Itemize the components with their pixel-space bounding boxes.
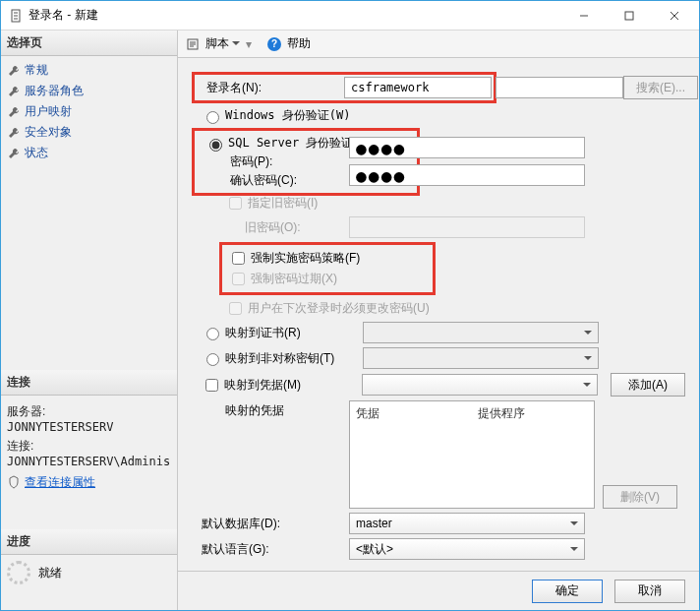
specify-old-label: 指定旧密码(I) xyxy=(248,195,318,212)
highlight-login: 登录名(N): xyxy=(192,72,496,103)
nav-label: 状态 xyxy=(25,145,48,161)
default-lang-value: <默认> xyxy=(356,541,393,558)
map-cred-combo[interactable] xyxy=(362,374,598,396)
cred-col-provider: 提供程序 xyxy=(472,403,594,424)
nav-label: 安全对象 xyxy=(25,124,72,141)
default-db-value: master xyxy=(356,517,392,530)
default-db-combo[interactable]: master xyxy=(349,513,585,534)
enforce-expire-label: 强制密码过期(X) xyxy=(251,271,337,287)
mapped-creds-list[interactable]: 凭据 提供程序 xyxy=(349,400,595,509)
remove-button[interactable]: 删除(V) xyxy=(603,485,677,509)
form-area: 登录名(N): 搜索(E)... Windows 身份验证(W) xyxy=(178,58,699,571)
windows-auth-radio[interactable] xyxy=(206,111,219,124)
nav-list: 常规 服务器角色 用户映射 安全对象 状态 xyxy=(1,56,177,167)
spinner-icon xyxy=(7,561,30,584)
map-asym-label: 映射到非对称密钥(T) xyxy=(225,350,363,367)
cred-col-cred: 凭据 xyxy=(350,403,472,424)
default-lang-label: 默认语言(G): xyxy=(192,541,349,558)
cred-header: 凭据 提供程序 xyxy=(350,401,594,426)
login-name-input[interactable] xyxy=(344,77,492,98)
nav-item-general[interactable]: 常规 xyxy=(3,60,175,81)
specify-old-password-check xyxy=(229,197,242,210)
maximize-button[interactable] xyxy=(607,1,652,31)
script-dropdown[interactable]: 脚本 xyxy=(205,35,240,52)
must-change-label: 用户在下次登录时必须更改密码(U) xyxy=(248,300,430,317)
view-connection-props-link[interactable]: 查看连接属性 xyxy=(7,474,95,491)
ok-button[interactable]: 确定 xyxy=(532,580,603,603)
nav-item-securables[interactable]: 安全对象 xyxy=(3,122,175,143)
sidebar: 选择页 常规 服务器角色 用户映射 安全对象 状态 连接 服务器: JONNYT… xyxy=(1,31,178,610)
titlebar: 登录名 - 新建 xyxy=(1,1,699,31)
map-cert-radio[interactable] xyxy=(206,328,219,340)
nav-item-server-roles[interactable]: 服务器角色 xyxy=(3,81,175,101)
connection-header: 连接 xyxy=(1,370,177,396)
app-icon xyxy=(9,9,23,23)
map-cred-label: 映射到凭据(M) xyxy=(224,377,362,394)
script-icon xyxy=(186,37,200,51)
window-title: 登录名 - 新建 xyxy=(29,7,561,24)
nav-item-status[interactable]: 状态 xyxy=(3,143,175,163)
confirm-password-input[interactable] xyxy=(349,164,585,186)
must-change-check xyxy=(229,302,242,315)
conn-label: 连接: xyxy=(7,438,171,455)
progress-block: 就绪 xyxy=(1,555,177,590)
nav-item-user-mapping[interactable]: 用户映射 xyxy=(3,101,175,122)
password-label: 密码(P): xyxy=(197,153,324,170)
password-input[interactable] xyxy=(349,137,585,158)
nav-label: 用户映射 xyxy=(25,103,72,120)
wrench-icon xyxy=(7,85,21,98)
default-db-label: 默认数据库(D): xyxy=(192,516,349,532)
wrench-icon xyxy=(7,64,21,78)
windows-auth-label: Windows 身份验证(W) xyxy=(225,107,350,124)
mapped-creds-label: 映射的凭据 xyxy=(192,400,349,419)
map-cert-combo[interactable] xyxy=(363,322,599,343)
map-asym-combo[interactable] xyxy=(363,347,599,369)
old-password-input xyxy=(349,216,585,238)
default-lang-combo[interactable]: <默认> xyxy=(349,538,585,560)
highlight-policy: 强制实施密码策略(F) 强制密码过期(X) xyxy=(219,242,436,295)
help-icon: ? xyxy=(267,37,281,51)
confirm-password-label: 确认密码(C): xyxy=(197,172,324,189)
progress-status: 就绪 xyxy=(38,565,62,581)
toolbar: 脚本 ▾ ? 帮助 xyxy=(178,31,699,58)
select-page-header: 选择页 xyxy=(1,31,177,56)
cancel-button[interactable]: 取消 xyxy=(614,580,685,603)
login-name-extra-input[interactable] xyxy=(496,77,623,98)
old-password-label: 旧密码(O): xyxy=(192,219,349,236)
conn-value: JONNYTESTERSERV\Administrat xyxy=(7,455,171,468)
login-name-label: 登录名(N): xyxy=(197,80,344,96)
add-button[interactable]: 添加(A) xyxy=(611,373,685,397)
help-button[interactable]: 帮助 xyxy=(287,35,311,52)
server-label: 服务器: xyxy=(7,403,171,420)
map-cert-label: 映射到证书(R) xyxy=(225,325,363,341)
close-button[interactable] xyxy=(652,1,697,31)
enforce-expire-check xyxy=(232,273,245,285)
enforce-policy-check[interactable] xyxy=(232,252,245,265)
wrench-icon xyxy=(7,105,21,119)
map-asym-radio[interactable] xyxy=(206,353,219,366)
separator: ▾ xyxy=(246,37,252,51)
sql-auth-radio[interactable] xyxy=(209,139,222,152)
minimize-button[interactable] xyxy=(561,1,607,31)
enforce-policy-label: 强制实施密码策略(F) xyxy=(251,250,360,267)
server-value: JONNYTESTERSERV xyxy=(7,420,171,434)
map-cred-check[interactable] xyxy=(205,379,218,392)
nav-label: 服务器角色 xyxy=(25,83,84,99)
footer: 确定 取消 xyxy=(178,571,699,610)
progress-header: 进度 xyxy=(1,529,177,555)
properties-icon xyxy=(7,475,21,489)
svg-rect-5 xyxy=(625,12,633,20)
link-text: 查看连接属性 xyxy=(25,474,95,491)
wrench-icon xyxy=(7,147,21,160)
wrench-icon xyxy=(7,126,21,140)
connection-block: 服务器: JONNYTESTERSERV 连接: JONNYTESTERSERV… xyxy=(1,396,177,501)
search-button[interactable]: 搜索(E)... xyxy=(623,76,698,99)
main-panel: 脚本 ▾ ? 帮助 登录名(N): 搜索(E)... xyxy=(178,31,699,610)
nav-label: 常规 xyxy=(25,62,48,79)
